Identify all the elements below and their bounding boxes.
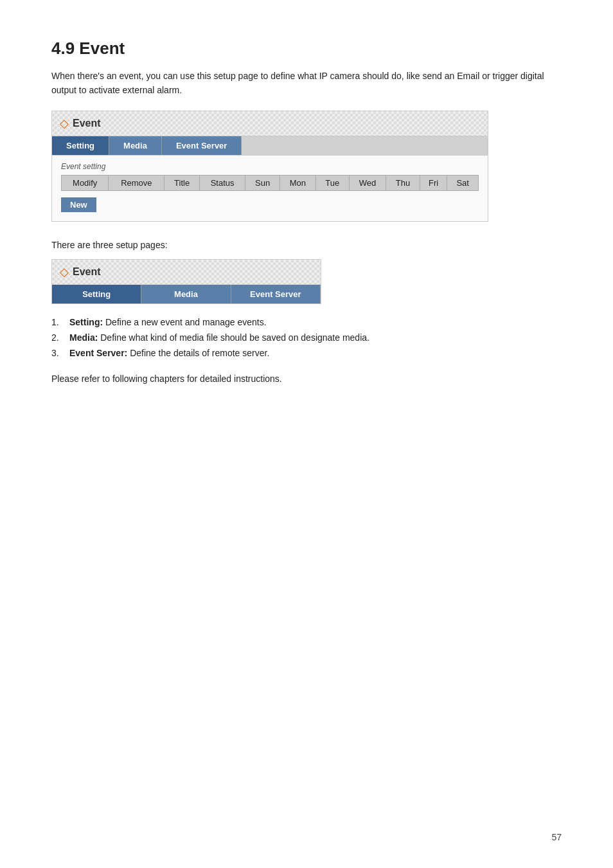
list-bold-2: Media: bbox=[69, 332, 98, 343]
list-bold-1: Setting: bbox=[69, 317, 103, 327]
list-item-1: 1. Setting: Define a new event and manag… bbox=[51, 317, 562, 327]
col-modify: Modify bbox=[62, 175, 109, 190]
widget2-tabs: Setting Media Event Server bbox=[52, 285, 321, 303]
footer-text: Please refer to following chapters for d… bbox=[51, 374, 562, 384]
list-text-1: Setting: Define a new event and manage e… bbox=[69, 317, 267, 327]
col-wed: Wed bbox=[349, 175, 386, 190]
table-header-row: Modify Remove Title Status Sun Mon Tue W… bbox=[62, 175, 479, 190]
tab-setting-1[interactable]: Setting bbox=[52, 136, 109, 155]
widget1-tabs: Setting Media Event Server bbox=[52, 136, 488, 156]
col-thu: Thu bbox=[386, 175, 420, 190]
list-desc-2: Define what kind of media file should be… bbox=[98, 332, 369, 343]
tab-media-1[interactable]: Media bbox=[109, 136, 162, 155]
list-desc-1: Define a new event and manage events. bbox=[103, 317, 267, 327]
event-widget-1: ◇ Event Setting Media Event Server Event… bbox=[51, 111, 488, 222]
intro-text: When there's an event, you can use this … bbox=[51, 69, 562, 98]
list-bold-3: Event Server: bbox=[69, 348, 127, 358]
list-desc-3: Define the details of remote server. bbox=[127, 348, 269, 358]
tab-event-server-1[interactable]: Event Server bbox=[162, 136, 242, 155]
list-text-3: Event Server: Define the details of remo… bbox=[69, 348, 269, 358]
widget1-body: Event setting Modify Remove Title Status… bbox=[52, 156, 488, 221]
widget1-title: Event bbox=[73, 118, 101, 129]
col-fri: Fri bbox=[420, 175, 447, 190]
widget2-header: ◇ Event bbox=[52, 260, 321, 285]
event-widget-2: ◇ Event Setting Media Event Server bbox=[51, 259, 321, 304]
col-sun: Sun bbox=[245, 175, 280, 190]
event-table: Modify Remove Title Status Sun Mon Tue W… bbox=[61, 175, 479, 191]
col-title: Title bbox=[164, 175, 200, 190]
tab-setting-2[interactable]: Setting bbox=[52, 285, 141, 303]
three-pages-desc: There are three setup pages: bbox=[51, 240, 562, 250]
col-sat: Sat bbox=[447, 175, 479, 190]
col-tue: Tue bbox=[315, 175, 349, 190]
col-remove: Remove bbox=[109, 175, 164, 190]
event-setting-label: Event setting bbox=[61, 162, 479, 171]
list-text-2: Media: Define what kind of media file sh… bbox=[69, 332, 369, 343]
page-title: 4.9 Event bbox=[51, 39, 562, 59]
setup-pages-list: 1. Setting: Define a new event and manag… bbox=[51, 317, 562, 358]
new-button[interactable]: New bbox=[61, 197, 96, 212]
tab-event-server-2[interactable]: Event Server bbox=[231, 285, 321, 303]
bell-icon-2: ◇ bbox=[60, 265, 69, 279]
page-number: 57 bbox=[551, 832, 562, 842]
col-status: Status bbox=[199, 175, 245, 190]
widget2-title: Event bbox=[73, 266, 101, 278]
list-num-2: 2. bbox=[51, 332, 64, 343]
tab-media-2[interactable]: Media bbox=[141, 285, 231, 303]
list-item-2: 2. Media: Define what kind of media file… bbox=[51, 332, 562, 343]
widget1-header: ◇ Event bbox=[52, 111, 488, 136]
bell-icon: ◇ bbox=[60, 116, 69, 131]
list-num-3: 3. bbox=[51, 348, 64, 358]
col-mon: Mon bbox=[280, 175, 315, 190]
list-item-3: 3. Event Server: Define the details of r… bbox=[51, 348, 562, 358]
list-num-1: 1. bbox=[51, 317, 64, 327]
